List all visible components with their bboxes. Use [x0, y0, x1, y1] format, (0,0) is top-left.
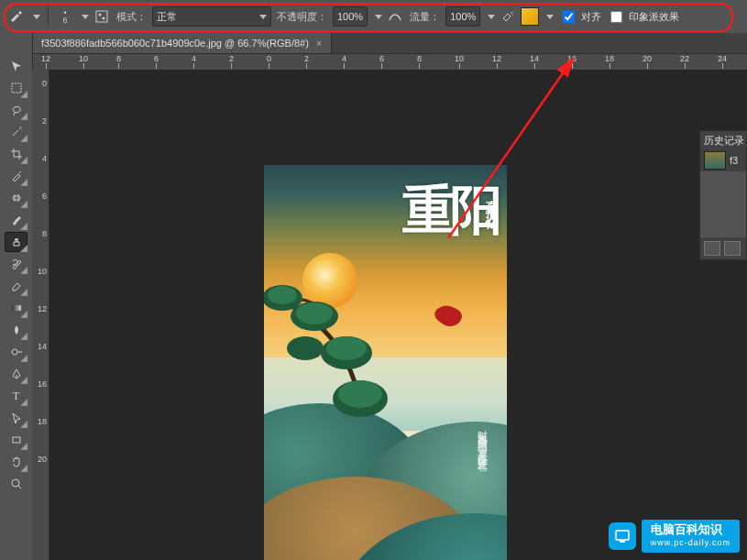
sample-swatch[interactable] [521, 7, 539, 26]
rectangle-tool-icon[interactable] [5, 430, 27, 450]
brush-tool-icon[interactable] [5, 210, 27, 230]
history-panel-title[interactable]: 历史记录 [700, 131, 746, 149]
airbrush-icon[interactable] [499, 7, 517, 26]
watermark-logo-icon [609, 522, 636, 550]
opacity-dropdown[interactable] [375, 15, 382, 19]
svg-rect-0 [96, 11, 107, 22]
blend-mode-select[interactable]: 正常 [152, 6, 271, 27]
history-item-label: f3 [730, 155, 738, 166]
svg-point-5 [512, 14, 513, 15]
flow-label: 流量： [410, 10, 440, 24]
svg-rect-24 [616, 531, 629, 540]
impressionist-label: 印象派效果 [629, 10, 679, 24]
history-state-row[interactable]: f3 [700, 149, 746, 171]
opacity-label: 不透明度： [277, 10, 327, 24]
svg-point-9 [12, 349, 17, 355]
eyedropper-tool-icon[interactable] [5, 166, 27, 186]
svg-rect-8 [12, 305, 21, 311]
history-panel-buttons [700, 237, 746, 259]
delete-state-icon[interactable] [724, 241, 741, 256]
move-tool-icon[interactable] [5, 56, 27, 76]
tool-panel: T [0, 33, 33, 560]
artwork-seal [432, 302, 468, 328]
crop-tool-icon[interactable] [5, 144, 27, 164]
svg-point-21 [326, 336, 367, 360]
dodge-tool-icon[interactable] [5, 342, 27, 362]
svg-point-11 [12, 479, 19, 487]
lasso-tool-icon[interactable] [5, 100, 27, 120]
opacity-input[interactable]: 100% [333, 6, 368, 27]
artwork-poem: 时光冉冉今又重阳 岁月无痕常伴左右 [474, 422, 492, 456]
brush-preview-icon[interactable]: •6 [56, 7, 74, 26]
svg-rect-25 [620, 541, 625, 543]
clone-stamp-tool-icon[interactable] [7, 7, 26, 26]
svg-point-18 [287, 336, 324, 360]
marquee-tool-icon[interactable] [5, 78, 27, 98]
close-tab-icon[interactable]: × [316, 38, 322, 49]
document-tab[interactable]: f3503f886fadb566b060c71b4909c0e.jpg @ 66… [32, 33, 332, 53]
svg-point-19 [268, 286, 297, 304]
zoom-tool-icon[interactable] [5, 474, 27, 494]
options-bar: •6 模式： 正常 不透明度： 100% 流量： 100% 对齐 印象派效果 [0, 0, 747, 33]
gradient-tool-icon[interactable] [5, 298, 27, 318]
svg-point-2 [103, 17, 105, 20]
svg-point-4 [513, 11, 514, 12]
ruler-vertical[interactable]: 02468101214161820 [32, 70, 49, 560]
type-tool-icon[interactable]: T [5, 386, 27, 406]
impressionist-checkbox[interactable] [610, 11, 622, 23]
svg-point-20 [296, 302, 333, 324]
svg-rect-7 [13, 196, 20, 200]
mode-label: 模式： [116, 10, 147, 24]
brush-preset-dropdown[interactable] [82, 15, 89, 19]
svg-point-1 [99, 14, 102, 16]
svg-point-3 [511, 12, 512, 14]
watermark: 电脑百科知识 www.pc-daily.com [609, 520, 740, 553]
tool-preset-dropdown[interactable] [33, 15, 40, 19]
new-snapshot-icon[interactable] [704, 241, 720, 256]
flow-dropdown[interactable] [488, 15, 495, 19]
flow-input[interactable]: 100% [445, 6, 480, 27]
svg-point-22 [338, 380, 382, 408]
healing-brush-tool-icon[interactable] [5, 188, 27, 208]
document-tab-bar: f3503f886fadb566b060c71b4909c0e.jpg @ 66… [32, 33, 747, 53]
pen-tool-icon[interactable] [5, 364, 27, 384]
history-panel[interactable]: 历史记录 f3 [699, 130, 747, 260]
path-select-tool-icon[interactable] [5, 408, 27, 428]
history-thumbnail-icon [704, 151, 726, 170]
artwork-title: 直播入忆 重阳 [402, 183, 498, 236]
watermark-text: 电脑百科知识 www.pc-daily.com [642, 520, 740, 553]
eraser-tool-icon[interactable] [5, 276, 27, 296]
history-brush-tool-icon[interactable] [5, 254, 27, 274]
artwork-pine-branch [264, 266, 406, 431]
document-canvas[interactable]: 直播入忆 重阳 时光冉冉今又重阳 岁月无痕常伴左右 [264, 165, 507, 560]
canvas-area[interactable]: 02468101214161820 [32, 70, 747, 560]
blur-tool-icon[interactable] [5, 320, 27, 340]
aligned-label: 对齐 [581, 10, 601, 24]
document-tab-title: f3503f886fadb566b060c71b4909c0e.jpg @ 66… [41, 38, 309, 49]
clone-stamp-tool-icon[interactable] [5, 232, 27, 252]
aligned-checkbox[interactable] [563, 11, 575, 23]
svg-rect-10 [13, 437, 20, 443]
sample-dropdown[interactable] [546, 15, 554, 19]
ruler-horizontal[interactable]: 12108642024681012141618202224 [32, 53, 747, 71]
brush-panel-icon[interactable] [93, 7, 111, 26]
svg-rect-6 [12, 83, 21, 93]
hand-tool-icon[interactable] [5, 452, 27, 472]
pressure-opacity-icon[interactable] [386, 7, 404, 26]
magic-wand-tool-icon[interactable] [5, 122, 27, 142]
